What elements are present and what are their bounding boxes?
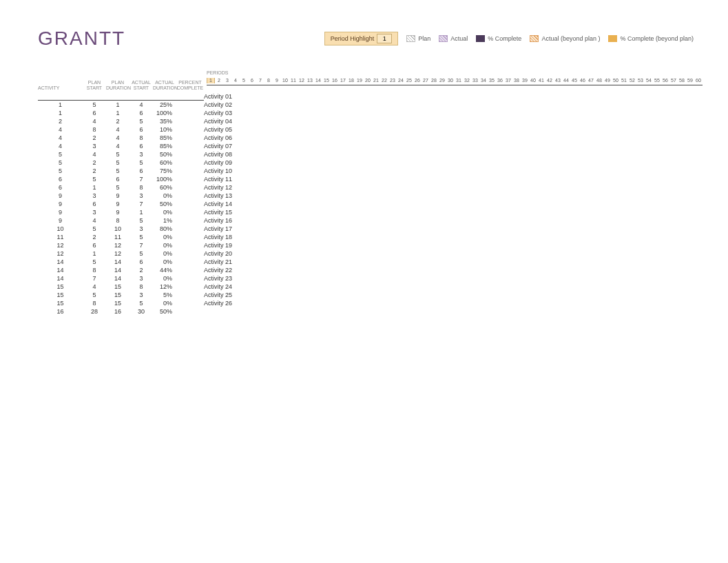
cell-plan-start: 4 bbox=[38, 125, 83, 134]
period-number: 14 bbox=[314, 78, 322, 83]
cell-plan-start: 4 bbox=[38, 142, 83, 150]
cell-actual-start: 10 bbox=[106, 225, 129, 233]
cell-percent-complete: 50% bbox=[153, 150, 176, 158]
period-number: 40 bbox=[529, 78, 537, 83]
period-number: 22 bbox=[380, 78, 388, 83]
legend-item: Plan bbox=[406, 35, 430, 42]
cell-plan-start: 1 bbox=[38, 109, 83, 117]
cell-gantt-area bbox=[176, 132, 204, 134]
period-number: 42 bbox=[545, 78, 554, 83]
period-number: 24 bbox=[397, 78, 405, 83]
cell-percent-complete: 25% bbox=[153, 101, 176, 109]
cell-actual-duration: 5 bbox=[129, 299, 153, 307]
cell-actual-duration: 3 bbox=[129, 150, 153, 158]
period-number: 18 bbox=[347, 78, 355, 83]
period-number: 57 bbox=[669, 78, 678, 83]
cell-percent-complete: 5% bbox=[153, 291, 176, 299]
cell-actual-start: 11 bbox=[106, 233, 129, 241]
cell-percent-complete: 100% bbox=[153, 175, 176, 183]
period-number: 53 bbox=[636, 78, 645, 83]
period-number: 4 bbox=[231, 78, 240, 83]
cell-percent-complete: 0% bbox=[153, 299, 176, 307]
cell-plan-duration: 5 bbox=[83, 291, 106, 299]
cell-actual-start: 14 bbox=[106, 258, 129, 266]
cell-actual-start: 1 bbox=[106, 101, 129, 109]
cell-activity: Activity 13 bbox=[204, 192, 703, 200]
legend-swatch bbox=[476, 35, 485, 42]
cell-actual-start: 12 bbox=[106, 249, 129, 258]
period-number: 29 bbox=[438, 78, 446, 83]
period-number: 13 bbox=[306, 78, 314, 83]
cell-percent-complete: 75% bbox=[153, 167, 176, 175]
cell-activity: Activity 01 bbox=[204, 92, 703, 101]
cell-percent-complete: 35% bbox=[153, 117, 176, 125]
cell-percent-complete: 1% bbox=[153, 216, 176, 225]
cell-gantt-area bbox=[176, 124, 204, 125]
period-number: 51 bbox=[620, 78, 628, 83]
cell-plan-start: 15 bbox=[38, 291, 83, 299]
cell-plan-duration: 2 bbox=[83, 167, 106, 175]
period-number: 60 bbox=[694, 78, 703, 83]
period-highlight-input[interactable] bbox=[377, 34, 392, 43]
period-number: 25 bbox=[405, 78, 413, 83]
cell-actual-start: 12 bbox=[106, 241, 129, 249]
cell-plan-duration: 6 bbox=[83, 241, 106, 249]
period-number: 48 bbox=[595, 78, 603, 83]
legend-swatch bbox=[439, 35, 448, 42]
cell-actual-duration: 5 bbox=[129, 233, 153, 241]
cell-plan-start: 4 bbox=[38, 134, 83, 142]
cell-plan-duration: 5 bbox=[83, 175, 106, 183]
legend-label: Actual (beyond plan ) bbox=[541, 35, 600, 42]
period-number: 15 bbox=[322, 78, 331, 83]
cell-plan-start: 6 bbox=[38, 183, 83, 192]
cell-percent-complete: 0% bbox=[153, 274, 176, 283]
cell-actual-duration: 6 bbox=[129, 142, 153, 150]
cell-percent-complete: 0% bbox=[153, 192, 176, 200]
cell-gantt-area bbox=[176, 289, 204, 291]
cell-activity: Activity 20 bbox=[204, 249, 703, 258]
legend-swatch bbox=[608, 35, 617, 42]
cell-actual-duration: 5 bbox=[129, 216, 153, 225]
cell-percent-complete: 100% bbox=[153, 109, 176, 117]
period-number: 28 bbox=[430, 78, 438, 83]
cell-actual-duration: 8 bbox=[129, 134, 153, 142]
cell-gantt-area bbox=[176, 198, 204, 200]
cell-gantt-area bbox=[176, 108, 204, 109]
cell-plan-duration: 4 bbox=[83, 283, 106, 291]
period-number: 30 bbox=[446, 78, 455, 83]
cell-actual-start: 4 bbox=[106, 125, 129, 134]
cell-plan-start: 10 bbox=[38, 225, 83, 233]
period-number: 36 bbox=[496, 78, 504, 83]
period-number: 12 bbox=[298, 78, 306, 83]
cell-gantt-area bbox=[176, 182, 204, 183]
cell-plan-duration: 3 bbox=[83, 142, 106, 150]
cell-actual-duration: 30 bbox=[129, 307, 153, 316]
cell-gantt-area bbox=[176, 273, 204, 274]
cell-gantt-area bbox=[176, 215, 204, 216]
cell-activity: Activity 17 bbox=[204, 225, 703, 233]
cell-activity: Activity 26 bbox=[204, 299, 703, 307]
cell-actual-start: 15 bbox=[106, 299, 129, 307]
cell-plan-start: 9 bbox=[38, 200, 83, 208]
cell-activity: Activity 11 bbox=[204, 175, 703, 183]
col-header-plan-duration: PLAN DURATION bbox=[106, 79, 129, 92]
period-number: 27 bbox=[422, 78, 430, 83]
legend-label: % Complete (beyond plan) bbox=[620, 35, 694, 42]
cell-actual-duration: 3 bbox=[129, 192, 153, 200]
legend-label: % Complete bbox=[488, 35, 521, 42]
cell-actual-duration: 3 bbox=[129, 274, 153, 283]
cell-actual-start: 9 bbox=[106, 192, 129, 200]
cell-actual-duration: 6 bbox=[129, 258, 153, 266]
cell-plan-duration: 28 bbox=[83, 307, 106, 316]
cell-activity: Activity 25 bbox=[204, 291, 703, 299]
cell-actual-start: 1 bbox=[106, 109, 129, 117]
period-number: 54 bbox=[645, 78, 653, 83]
cell-plan-duration: 4 bbox=[83, 150, 106, 158]
cell-actual-start: 6 bbox=[106, 175, 129, 183]
cell-plan-start: 5 bbox=[38, 150, 83, 158]
cell-plan-start: 16 bbox=[38, 307, 83, 316]
period-number: 23 bbox=[388, 78, 397, 83]
legend-label: Actual bbox=[450, 35, 468, 42]
period-number: 26 bbox=[413, 78, 422, 83]
cell-percent-complete: 50% bbox=[153, 200, 176, 208]
